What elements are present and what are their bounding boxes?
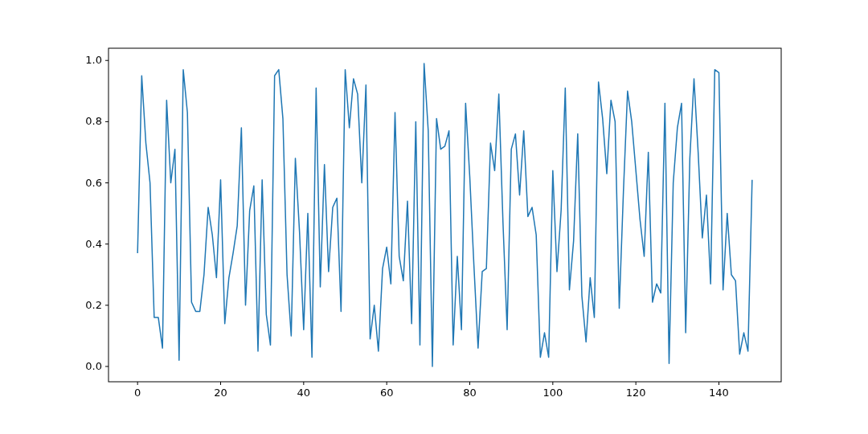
- data-line-series-0: [137, 63, 752, 366]
- x-tick-label: 0: [134, 387, 141, 399]
- y-tick-label: 0.8: [85, 115, 102, 127]
- y-tick-label: 0.2: [85, 299, 102, 311]
- y-axis: 0.00.20.40.60.81.0: [85, 54, 108, 372]
- y-tick-label: 1.0: [85, 54, 102, 66]
- line-chart: 0204060801001201400.00.20.40.60.81.0: [0, 0, 868, 434]
- y-tick-label: 0.6: [85, 177, 102, 189]
- x-tick-label: 20: [214, 387, 227, 399]
- x-tick-label: 80: [463, 387, 477, 399]
- y-tick-label: 0.4: [85, 238, 102, 250]
- x-tick-label: 120: [626, 387, 646, 399]
- x-axis: 020406080100120140: [134, 382, 729, 399]
- x-tick-label: 100: [542, 387, 563, 399]
- y-tick-label: 0.0: [85, 360, 102, 372]
- x-tick-label: 140: [709, 387, 729, 399]
- x-tick-label: 60: [380, 387, 394, 399]
- chart-container: 0204060801001201400.00.20.40.60.81.0: [0, 0, 868, 434]
- x-tick-label: 40: [297, 387, 311, 399]
